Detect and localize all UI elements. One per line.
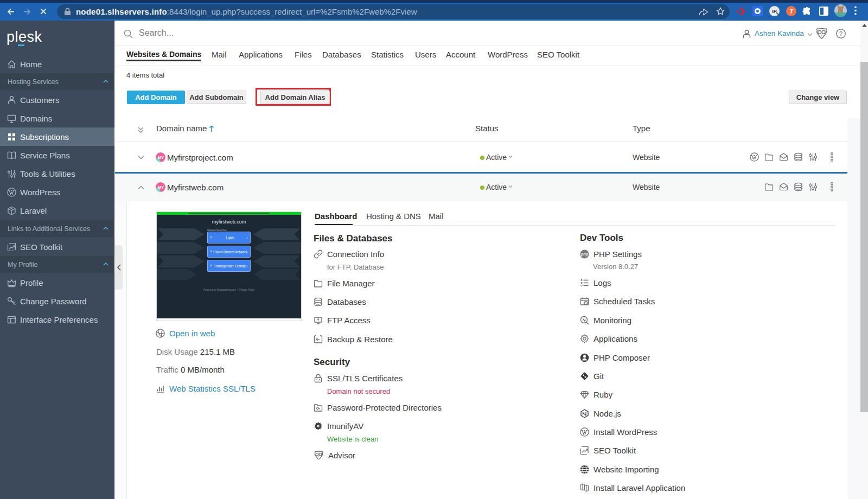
svg-text:php: php bbox=[580, 252, 589, 257]
svg-text:MY: MY bbox=[158, 185, 164, 190]
svg-text:MY: MY bbox=[158, 155, 164, 160]
svg-text:?: ? bbox=[839, 30, 843, 37]
